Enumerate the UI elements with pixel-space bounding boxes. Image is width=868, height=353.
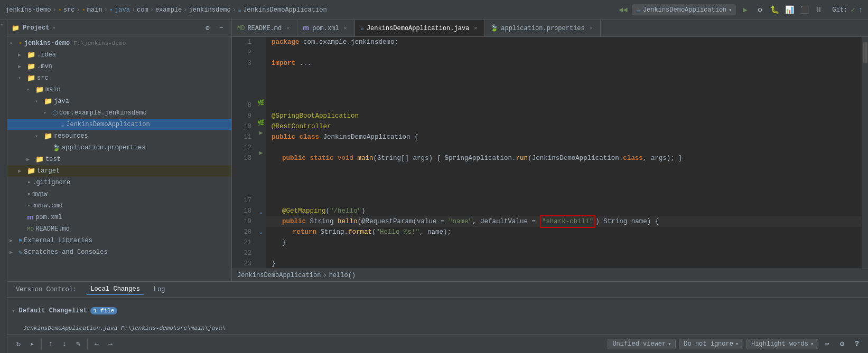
tree-label-root: jenkins-demo (24, 40, 70, 47)
project-sidebar: 📁 Project ▾ ⚙ − ▾ ▪ jenkins-demo (7, 20, 232, 281)
build-icon[interactable]: ⚙ (754, 4, 766, 16)
chevron-down-icon: ▾ (729, 7, 732, 13)
highlight-dropdown[interactable]: Highlight words ▾ (746, 339, 818, 349)
code-line-4 (266, 69, 862, 100)
pause-icon[interactable]: ⏸ (813, 4, 825, 16)
tree-item-gitignore[interactable]: ▪ .gitignore (7, 177, 231, 188)
run-gutter-icon[interactable]: ▶ (259, 129, 263, 136)
tree-item-resources[interactable]: ▾ 📁 resources (7, 130, 231, 142)
code-line-2 (266, 47, 862, 58)
folder-icon: ▪ (18, 40, 23, 47)
expand-tree-icon[interactable]: ▸ (26, 338, 38, 350)
git-check-icon: ✓ (851, 5, 855, 14)
nav-left-icon[interactable]: ← (91, 338, 102, 350)
changelist-label: Default Changelist (18, 307, 87, 314)
coverage-icon[interactable]: 📊 (783, 4, 795, 16)
breadcrumb-project[interactable]: jenkins-demo (5, 6, 51, 14)
tree-label-readme: README.md (35, 225, 70, 233)
tree-label-src: src (37, 74, 49, 82)
move-up-icon[interactable]: ↑ (45, 338, 57, 350)
breadcrumb-main[interactable]: main (87, 6, 102, 14)
breadcrumb-com[interactable]: com (137, 6, 148, 14)
back-icon[interactable]: ◄◄ (617, 4, 629, 16)
stop-icon[interactable]: ⬛ (798, 4, 810, 16)
breadcrumb-src[interactable]: src (63, 6, 75, 14)
bottom-toolbar-left: ↻ ▸ ↑ ↓ ✎ ← → (13, 338, 116, 350)
tree-item-readme[interactable]: MD README.md (7, 223, 231, 235)
run-config-selector[interactable]: ☕ JenkinsDemoApplication ▾ (632, 4, 736, 15)
sync-icon[interactable]: ↻ (13, 338, 24, 350)
tree-item-main-class[interactable]: ☕ JenkinsDemoApplication (7, 119, 231, 130)
breadcrumb-example[interactable]: example (155, 6, 182, 14)
tree-item-root[interactable]: ▾ ▪ jenkins-demo F:\jenkins-demo (7, 37, 231, 49)
tab-application[interactable]: 🍃 application.properties × (485, 20, 600, 36)
tab-close-jenkinsdemo[interactable]: × (472, 25, 479, 32)
tree-item-mvnw[interactable]: ▪ mvnw (7, 188, 231, 200)
run-icon[interactable]: ▶ (739, 4, 751, 16)
code-line-23: } (266, 259, 862, 269)
bottom-tab-log[interactable]: Log (150, 285, 170, 294)
help-icon[interactable]: ? (851, 338, 863, 350)
tree-item-scratches[interactable]: ▶ ✎ Scratches and Consoles (7, 246, 231, 258)
folder-icon: 📁 (27, 62, 35, 71)
tab-close-pom[interactable]: × (342, 25, 349, 32)
tree-item-src[interactable]: ▾ 📁 src (7, 72, 231, 84)
bottom-tab-vc-label: Version Control: (12, 285, 81, 294)
git-push-icon[interactable]: ↑ (858, 6, 863, 14)
tab-label-application: application.properties (501, 25, 584, 32)
edit-icon[interactable]: ✎ (72, 338, 84, 350)
tab-pom[interactable]: 𝗺 pom.xml × (297, 20, 354, 36)
toolbar-separator-2 (87, 339, 88, 349)
minimize-icon[interactable]: − (216, 22, 227, 34)
code-editor[interactable]: 1 2 3 8 9 10 11 12 13 17 18 19 (232, 37, 868, 269)
tab-jenkinsdemo[interactable]: ☕ JenkinsDemoApplication.java × (355, 20, 486, 36)
package-icon: ⬡ (52, 109, 58, 117)
change-indicator-19: ▪ (256, 208, 266, 218)
generic-icon: ▪ (27, 202, 31, 209)
nav-right-icon[interactable]: → (105, 338, 116, 350)
breadcrumb-java[interactable]: java (115, 6, 130, 14)
code-line-9: @SpringBootApplication (266, 111, 862, 121)
code-content[interactable]: package com.example.jenkinsdemo; import … (266, 37, 862, 269)
tree-label-mvn: .mvn (37, 63, 52, 70)
tree-item-idea[interactable]: ▶ 📁 .idea (7, 49, 231, 61)
code-line-13: public static void main(String[] args) {… (266, 153, 862, 164)
tree-label-resources: resources (54, 132, 88, 140)
editor-breadcrumb: JenkinsDemoApplication › hello() (232, 269, 868, 281)
tree-item-mvn[interactable]: ▶ 📁 .mvn (7, 61, 231, 72)
diff-settings-icon[interactable]: ⇌ (822, 338, 833, 350)
gear-icon[interactable]: ⚙ (836, 338, 848, 350)
tree-item-mvnwcmd[interactable]: ▪ mvnw.cmd (7, 200, 231, 212)
settings-icon[interactable]: ⚙ (202, 22, 213, 34)
tree-item-java[interactable]: ▾ 📁 java (7, 96, 231, 107)
folder-icon: 📁 (27, 51, 35, 59)
debug-icon[interactable]: 🐛 (769, 4, 780, 16)
ignore-dropdown[interactable]: Do not ignore ▾ (679, 339, 743, 349)
tree-item-ext-libs[interactable]: ▶ ⚑ External Libraries (7, 235, 231, 246)
tree-item-package[interactable]: ▾ ⬡ com.example.jenkinsdemo (7, 107, 231, 119)
tab-close-application[interactable]: × (587, 25, 595, 32)
changelist-expand-icon[interactable]: ▾ (12, 307, 15, 315)
tree-item-pom[interactable]: 𝗺 pom.xml (7, 212, 231, 223)
run-config-label: JenkinsDemoApplication (643, 6, 726, 14)
run-line-13[interactable]: ▶ (256, 148, 266, 158)
breadcrumb-class[interactable]: JenkinsDemoApplication (243, 6, 326, 14)
tab-close-readme[interactable]: × (284, 25, 292, 32)
tree-item-target[interactable]: ▶ 📁 target (7, 165, 231, 177)
breadcrumb-jenkinsdemo[interactable]: jenkinsdemo (189, 6, 231, 14)
sidebar-header-icons: ⚙ − (202, 22, 227, 34)
tree-item-main[interactable]: ▾ 📁 main (7, 84, 231, 96)
move-down-icon[interactable]: ↓ (59, 338, 70, 350)
tree-item-test[interactable]: ▶ 📁 test (7, 154, 231, 165)
tree-item-appprops[interactable]: 🍃 application.properties (7, 142, 231, 154)
chevron-down-icon[interactable]: ▾ (52, 25, 55, 31)
tab-bar: MD README.md × 𝗺 pom.xml × ☕ JenkinsDemo… (232, 20, 868, 37)
bottom-tab-local-changes[interactable]: Local Changes (86, 284, 144, 295)
tab-readme[interactable]: MD README.md × (232, 20, 297, 36)
xml-tab-icon: 𝗺 (303, 24, 310, 32)
editor-area: MD README.md × 𝗺 pom.xml × ☕ JenkinsDemo… (232, 20, 868, 281)
chevron-down-icon: ▾ (668, 341, 671, 347)
breadcrumb-method-name: hello() (329, 272, 356, 279)
viewer-dropdown[interactable]: Unified viewer ▾ (608, 339, 676, 349)
scroll-indicator[interactable] (862, 37, 868, 269)
